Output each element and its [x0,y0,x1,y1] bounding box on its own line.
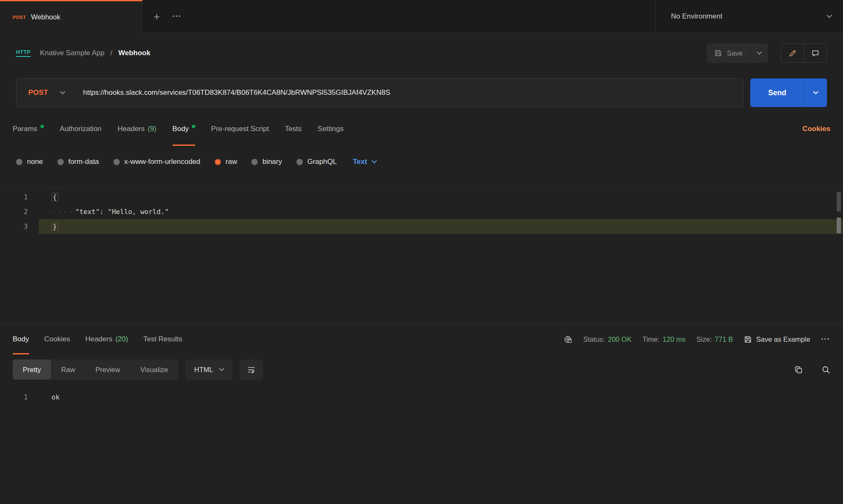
tab-headers[interactable]: Headers (9) [118,112,156,146]
save-options-button[interactable] [750,43,768,63]
view-preview-button[interactable]: Preview [85,359,130,380]
radio-none[interactable]: none [16,158,43,166]
radio-binary-label: binary [262,158,282,166]
comments-button[interactable] [804,44,827,62]
response-tab-body[interactable]: Body [13,324,29,354]
send-button[interactable]: Send [750,78,804,107]
response-tab-cookies-label: Cookies [44,335,70,343]
radio-raw[interactable]: raw [215,158,237,166]
code-text: "text": "Hello, world." [75,208,169,216]
chevron-down-icon [813,89,819,94]
response-tab-cookies[interactable]: Cookies [44,324,70,354]
breadcrumb-request-name: Webhook [118,49,150,57]
code-text: { [51,193,58,201]
comment-icon [811,49,819,57]
response-format-value: HTML [194,366,213,374]
globe-lock-icon[interactable] [563,335,572,344]
new-tab-button[interactable]: + [150,0,163,33]
send-button-group: Send [750,78,827,107]
chevron-down-icon [757,49,762,55]
tab-settings[interactable]: Settings [318,112,343,146]
chevron-down-icon [219,366,225,371]
cookies-link[interactable]: Cookies [803,125,830,133]
radio-urlencoded-label: x-www-form-urlencoded [124,158,200,166]
radio-binary[interactable]: binary [251,158,282,166]
tab-tests-label: Tests [285,125,302,133]
search-icon [821,365,830,374]
tab-body[interactable]: Body [172,112,195,146]
wrap-lines-button[interactable] [240,359,263,380]
send-options-button[interactable] [804,78,827,107]
response-tab-test-results[interactable]: Test Results [143,324,183,354]
breadcrumb-collection[interactable]: Knative Sample App [40,49,105,57]
response-toolbar: Pretty Raw Preview Visualize HTML [0,354,843,385]
radio-circle-icon [16,159,22,165]
status-value: 200 OK [608,335,631,343]
radio-graphql[interactable]: GraphQL [296,158,337,166]
response-tab-body-label: Body [13,335,29,343]
save-button[interactable]: Save [707,43,750,63]
save-as-example-label: Save as Example [756,335,810,343]
response-view-switcher: Pretty Raw Preview Visualize [13,359,178,380]
radio-form-data-label: form-data [68,158,99,166]
radio-graphql-label: GraphQL [307,158,337,166]
pencil-icon [789,49,797,57]
search-response-button[interactable] [821,365,830,374]
radio-x-www-form-urlencoded[interactable]: x-www-form-urlencoded [113,158,200,166]
tab-authorization-label: Authorization [60,125,102,133]
line-number: 1 [0,393,39,401]
tab-params[interactable]: Params [13,112,44,146]
copy-response-button[interactable] [794,365,803,374]
response-format-selector[interactable]: HTML [185,359,233,380]
radio-form-data[interactable]: form-data [57,158,99,166]
tab-authorization[interactable]: Authorization [60,112,102,146]
line-number: 1 [0,193,39,201]
response-body-viewer[interactable]: 1 ok [0,385,843,504]
view-raw-button[interactable]: Raw [51,359,85,380]
tab-tests[interactable]: Tests [285,112,302,146]
tab-bar: POST Webhook + ••• No Environment [0,0,843,33]
response-headers-count-badge: (20) [115,335,128,343]
radio-circle-icon [296,159,303,165]
tab-options-menu-button[interactable]: ••• [169,0,185,33]
edit-comment-group [781,43,827,63]
breadcrumb-separator: / [110,49,113,57]
size-value: 771 B [715,335,733,343]
editor-line: 2 ···· "text": "Hello, world." [0,204,843,219]
chevron-down-icon [827,13,832,18]
line-number: 2 [0,208,39,216]
raw-format-selector[interactable]: Text [353,158,377,166]
time-label: Time: [642,335,660,343]
request-body-editor[interactable]: 1 { 2 ···· "text": "Hello, world." 3 } [0,188,843,324]
tab-pre-request-script[interactable]: Pre-request Script [211,112,269,146]
whitespace-dots: ···· [51,208,75,216]
body-type-selector: none form-data x-www-form-urlencoded raw… [0,146,843,178]
code-text: } [51,222,58,231]
method-label: POST [28,88,48,97]
response-options-button[interactable]: ••• [821,336,830,342]
copy-icon [794,365,803,374]
editor-cursor-overview-mark [837,217,841,233]
request-tab-webhook[interactable]: POST Webhook [0,0,143,33]
save-label: Save [727,49,743,57]
editor-scrollbar-thumb[interactable] [837,192,841,212]
tab-body-label: Body [172,125,189,133]
line-number: 3 [0,223,39,231]
radio-circle-icon [57,159,64,165]
view-visualize-button[interactable]: Visualize [130,359,178,380]
environment-selector[interactable]: No Environment [655,0,843,33]
radio-selected-icon [215,159,221,165]
chevron-down-icon [60,89,65,94]
wrap-lines-icon [247,365,256,374]
save-as-example-button[interactable]: Save as Example [744,335,810,343]
tab-pre-request-label: Pre-request Script [211,125,269,133]
postman-app-window: POST Webhook + ••• No Environment HTTP K… [0,0,843,504]
response-tab-headers[interactable]: Headers (20) [85,324,128,354]
edit-request-button[interactable] [781,44,804,62]
method-selector[interactable]: POST [16,88,73,97]
view-pretty-button[interactable]: Pretty [13,359,51,380]
environment-name: No Environment [671,12,722,21]
response-header: Body Cookies Headers (20) Test Results S… [0,324,843,354]
response-tab-headers-label: Headers [85,335,112,343]
url-input[interactable] [83,88,743,97]
